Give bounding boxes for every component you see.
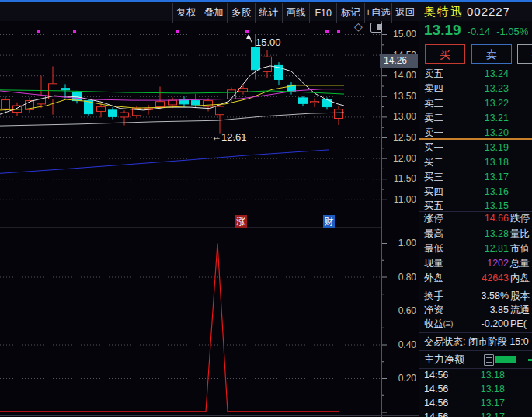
ask-row[interactable]: 卖四13.23 bbox=[424, 82, 532, 96]
bid-level-label: 买四 bbox=[424, 185, 443, 199]
tick-time: 14:56 bbox=[424, 368, 448, 382]
last-price: 13.19 bbox=[424, 22, 461, 38]
cancel-order-button[interactable]: 撤 bbox=[517, 44, 532, 64]
stat-value: 3.85 bbox=[490, 303, 509, 317]
stat-row: 外盘42643内盘 bbox=[424, 271, 532, 285]
axis-cursor-price-label: 14.26 bbox=[380, 54, 418, 68]
stat-row: 现量1202总量 bbox=[424, 256, 532, 270]
stat-label: 最高 bbox=[424, 227, 443, 241]
panel-divider bbox=[419, 332, 532, 333]
panel-icon-fill bbox=[377, 24, 381, 30]
stat-value: 13.28 bbox=[485, 227, 509, 241]
menu-item-画线[interactable]: 画线 bbox=[282, 3, 309, 23]
price-axis-label: 11.00 bbox=[382, 194, 416, 206]
tick-price: 13.17 bbox=[481, 410, 505, 417]
buy-button[interactable]: 买 bbox=[425, 44, 465, 64]
tick-price: 13.18 bbox=[481, 382, 505, 396]
event-marker bbox=[325, 30, 329, 33]
indicator-badge-财[interactable]: 财 bbox=[323, 215, 335, 228]
sell-button[interactable]: 卖 bbox=[471, 44, 512, 64]
tick-row: 14:5613.18 bbox=[424, 368, 532, 382]
main-force-net-bar bbox=[495, 356, 516, 363]
bid-price: 13.17 bbox=[485, 170, 509, 184]
ask-price: 13.21 bbox=[485, 111, 509, 125]
tick-price: 13.18 bbox=[481, 368, 505, 382]
bid-row[interactable]: 买一13.19 bbox=[424, 141, 532, 155]
ask-level-label: 卖三 bbox=[424, 96, 443, 110]
candle-body bbox=[252, 48, 260, 70]
candle-body bbox=[169, 100, 177, 105]
top-toolbar: 复权叠加多股统计画线F10标记+自选返回 奥特迅002227 bbox=[0, 0, 532, 21]
detail-list-icon[interactable] bbox=[484, 354, 494, 366]
stat-value: 14.66 bbox=[485, 211, 509, 225]
price-axis-label: 12.00 bbox=[382, 153, 416, 165]
candle-body bbox=[216, 106, 224, 115]
stat-label-2: 跌停 bbox=[510, 211, 530, 225]
signal-indicator-line bbox=[0, 244, 339, 412]
ask-price: 13.23 bbox=[485, 82, 509, 96]
ask-row[interactable]: 卖五13.24 bbox=[424, 67, 532, 81]
ask-price: 13.22 bbox=[485, 96, 509, 110]
stat-label: 换手 bbox=[424, 289, 443, 303]
main-force-row: 主力净额 bbox=[424, 352, 532, 367]
stat-row: 收益㈢-0.200PE( bbox=[424, 317, 532, 331]
panel-divider bbox=[419, 211, 532, 212]
menu-item-+自选[interactable]: +自选 bbox=[364, 3, 391, 23]
menu-item-标记[interactable]: 标记 bbox=[336, 3, 363, 23]
event-marker bbox=[337, 30, 340, 33]
panel-divider bbox=[419, 287, 532, 287]
tick-row: 14:5613.17 bbox=[424, 410, 532, 417]
bid-price: 13.18 bbox=[485, 155, 509, 169]
stat-label-2: 流通 bbox=[510, 303, 530, 317]
price-axis-label: 15.00 bbox=[382, 29, 416, 40]
ask-level-label: 卖四 bbox=[424, 82, 443, 96]
menu-item-返回[interactable]: 返回 bbox=[391, 3, 419, 23]
bid-ask-separator bbox=[419, 138, 532, 140]
indicator-axis-label: 0.80 bbox=[382, 272, 416, 283]
stat-label-2: PE( bbox=[510, 317, 527, 331]
bid-row[interactable]: 买三13.17 bbox=[424, 170, 532, 184]
candle-body bbox=[239, 89, 248, 92]
bid-row[interactable]: 买四13.16 bbox=[424, 185, 532, 199]
menu-item-复权[interactable]: 复权 bbox=[172, 3, 200, 23]
stat-label: 最低 bbox=[424, 242, 443, 255]
ask-row[interactable]: 卖二13.21 bbox=[424, 111, 532, 125]
ask-price: 13.24 bbox=[485, 67, 509, 81]
main-force-dash bbox=[528, 359, 532, 361]
tick-row: 14:5613.17 bbox=[424, 396, 532, 410]
candle-body bbox=[263, 57, 272, 71]
indicator-axis-label: 0.40 bbox=[382, 339, 416, 351]
bid-level-label: 买一 bbox=[424, 141, 443, 155]
price-axis-label: 13.50 bbox=[382, 91, 416, 103]
panel-divider bbox=[419, 368, 532, 369]
tick-time: 14:56 bbox=[424, 410, 448, 417]
stat-label-2: 量比 bbox=[510, 227, 530, 241]
event-marker bbox=[176, 30, 179, 33]
indicator-badge-涨[interactable]: 涨 bbox=[235, 215, 247, 228]
price-axis-label: 11.50 bbox=[382, 173, 416, 185]
candle-body bbox=[97, 107, 106, 112]
menu-item-F10[interactable]: F10 bbox=[309, 3, 336, 23]
quote-header: 13.19-0.14-1.05% bbox=[424, 22, 528, 39]
ma-long-blue bbox=[0, 150, 329, 173]
ask-row[interactable]: 卖三13.22 bbox=[424, 96, 532, 110]
trading-app-window: 15.00←12.61 15.0014.5014.0013.5013.0012.… bbox=[0, 0, 532, 417]
indicator-axis-label: 0.60 bbox=[382, 305, 416, 317]
high-annotation-text: 15.00 bbox=[256, 36, 281, 48]
candle-body bbox=[156, 102, 165, 107]
event-marker bbox=[37, 30, 40, 33]
bid-price: 13.19 bbox=[485, 141, 509, 155]
menu-item-统计[interactable]: 统计 bbox=[255, 3, 282, 23]
event-marker bbox=[73, 30, 76, 33]
kline-chart-canvas[interactable]: 15.00←12.61 bbox=[0, 0, 419, 417]
stat-row: 换手3.58%股本 bbox=[424, 289, 532, 303]
menu-item-多股[interactable]: 多股 bbox=[227, 3, 254, 23]
stat-label-2: 内盘 bbox=[510, 271, 530, 285]
toolbar-menu: 复权叠加多股统计画线F10标记+自选返回 bbox=[172, 3, 419, 23]
stat-label: 现量 bbox=[424, 256, 443, 270]
menu-item-叠加[interactable]: 叠加 bbox=[200, 3, 227, 23]
bid-row[interactable]: 买二13.18 bbox=[424, 155, 532, 169]
toggle-panel-icon[interactable] bbox=[370, 23, 382, 33]
stat-row: 涨停14.66跌停 bbox=[424, 211, 532, 225]
tick-price: 13.17 bbox=[481, 396, 505, 410]
